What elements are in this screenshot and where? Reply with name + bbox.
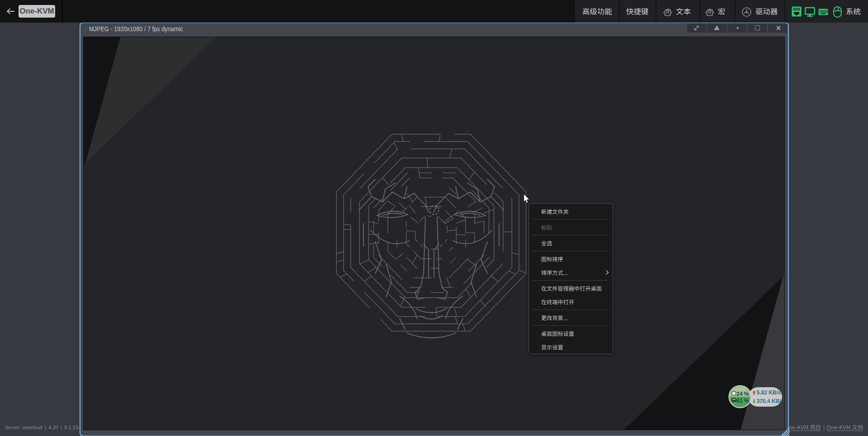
svg-text:24 %: 24 % bbox=[736, 391, 749, 397]
svg-text:61 %: 61 % bbox=[736, 398, 749, 404]
